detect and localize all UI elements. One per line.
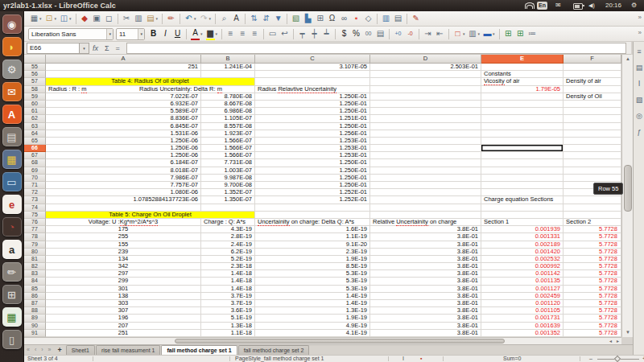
paste-button[interactable]: ▤▾: [146, 13, 159, 25]
scroll-up-icon[interactable]: ▲: [622, 55, 634, 64]
file-cabinet[interactable]: ▤: [2, 127, 22, 146]
align-left-button[interactable]: ≡: [225, 28, 236, 40]
cell-F67[interactable]: [564, 152, 621, 159]
sort-ascending-button[interactable]: ⇅: [249, 13, 259, 25]
cell-D72[interactable]: [370, 189, 481, 196]
comment-button[interactable]: ▪: [351, 13, 361, 25]
cell-D69[interactable]: [370, 167, 481, 175]
row-header-82[interactable]: 82: [24, 263, 46, 270]
row-header-68[interactable]: 68: [24, 159, 46, 167]
cell-D62[interactable]: [370, 115, 481, 122]
last-sheet-icon[interactable]: »: [46, 345, 54, 355]
cell-F55[interactable]: [564, 64, 621, 71]
font-size-combo[interactable]: 11 ▾: [116, 28, 145, 40]
cell-B55[interactable]: 1.241E-04: [201, 64, 255, 71]
cell-D59[interactable]: [370, 93, 481, 101]
document-app[interactable]: e: [2, 195, 22, 214]
pivot-table-button[interactable]: ⊞: [315, 13, 325, 25]
insert-image-button[interactable]: ▧: [291, 13, 301, 25]
undo-button[interactable]: ↶▾: [184, 13, 197, 25]
row-header-59[interactable]: 59: [24, 93, 46, 101]
column-header-E[interactable]: E: [481, 55, 564, 64]
displays[interactable]: ▭: [2, 172, 22, 191]
cell-F64[interactable]: [564, 130, 621, 138]
row-header-80[interactable]: 80: [24, 249, 46, 256]
row-header-61[interactable]: 61: [24, 108, 46, 115]
cell-E62[interactable]: [481, 115, 564, 122]
cell-D71[interactable]: [370, 182, 481, 189]
navigator-icon[interactable]: ◎: [634, 109, 644, 122]
cell-F78[interactable]: 5.7728: [564, 233, 621, 241]
scroll-down-icon[interactable]: ▼: [622, 328, 634, 337]
increase-indent-button[interactable]: ⇥: [423, 28, 433, 40]
cell-C73[interactable]: 1.252E-01: [255, 196, 370, 204]
next-sheet-icon[interactable]: ›: [39, 345, 45, 355]
row-header-57[interactable]: 57: [24, 78, 46, 85]
cell-A73[interactable]: 1.07852884137723E-06: [46, 196, 201, 204]
cell-D64[interactable]: [370, 130, 481, 138]
find-replace-button[interactable]: ⌕: [219, 13, 229, 25]
insert-chart-button[interactable]: ▙: [303, 13, 313, 25]
row-header-76[interactable]: 76: [24, 219, 46, 226]
spelling-button[interactable]: A: [231, 13, 242, 25]
window-grid[interactable]: ⊞: [2, 285, 22, 304]
row-header-67[interactable]: 67: [24, 152, 46, 159]
cell-E67[interactable]: [481, 152, 564, 159]
cell-F79[interactable]: 5.7728: [564, 241, 621, 249]
row-header-89[interactable]: 89: [24, 315, 46, 322]
number-format-button[interactable]: 00: [363, 28, 374, 40]
open-button[interactable]: ⊡▾: [44, 13, 58, 25]
horizontal-scrollbar[interactable]: ◂ ▸: [24, 337, 621, 344]
cell-E61[interactable]: [481, 108, 564, 115]
row-header-65[interactable]: 65: [24, 138, 46, 145]
shapes-button[interactable]: ◇: [363, 13, 374, 25]
decrease-indent-button[interactable]: ⇤: [435, 28, 445, 40]
sound-icon[interactable]: ◀): [588, 0, 595, 11]
cell-D63[interactable]: [370, 123, 481, 130]
save-button[interactable]: ◫▾: [59, 13, 72, 25]
row-header-74[interactable]: 74: [24, 204, 46, 212]
software-center[interactable]: A: [2, 105, 22, 124]
row-header-66[interactable]: 66: [24, 145, 46, 152]
properties-icon[interactable]: ▤: [634, 61, 644, 74]
sheet-tab[interactable]: Sheet1: [66, 345, 95, 355]
cell-C56[interactable]: [255, 71, 370, 78]
currency-button[interactable]: $: [339, 28, 349, 40]
cell-C74[interactable]: [255, 204, 370, 212]
row-header-64[interactable]: 64: [24, 130, 46, 138]
cell-F86[interactable]: 5.7728: [564, 293, 621, 300]
battery-icon[interactable]: [573, 3, 583, 10]
export-pdf-button[interactable]: ◆: [80, 13, 90, 25]
hyperlink-button[interactable]: ∞: [339, 13, 349, 25]
document-modified-icon[interactable]: ▪: [420, 356, 422, 362]
border-style-button[interactable]: ▥▾: [468, 28, 481, 40]
cell-F61[interactable]: [564, 108, 621, 115]
cell-F89[interactable]: 5.7728: [564, 315, 621, 322]
cell-F81[interactable]: 5.7728: [564, 256, 621, 263]
conditional-formatting-button[interactable]: ≔: [527, 28, 538, 40]
cell-E63[interactable]: [481, 123, 564, 130]
scroll-right-icon[interactable]: ▸: [617, 338, 619, 344]
system-settings[interactable]: ⚙: [2, 60, 22, 79]
thunderbird-mail[interactable]: ✉: [2, 82, 22, 101]
cell-B73[interactable]: 1.350E-07: [201, 196, 255, 204]
cell-D65[interactable]: [370, 138, 481, 145]
row-header-63[interactable]: 63: [24, 123, 46, 130]
italic-button[interactable]: I: [160, 28, 171, 40]
row-header-73[interactable]: 73: [24, 196, 46, 204]
insert-rows-button[interactable]: ⊞: [503, 28, 514, 40]
cell-A91[interactable]: 251: [46, 330, 201, 337]
cell-F60[interactable]: [564, 101, 621, 108]
cell-D57[interactable]: [370, 78, 481, 85]
cell-F57[interactable]: Density of air: [564, 78, 621, 85]
horizontal-scrollbar-thumb[interactable]: [175, 339, 505, 343]
cell-B56[interactable]: [201, 71, 255, 78]
cell-D74[interactable]: [370, 204, 481, 212]
new-button[interactable]: ▦▾: [29, 13, 43, 25]
cell-F74[interactable]: [564, 204, 621, 212]
clock[interactable]: 20:16: [605, 0, 621, 11]
sheet-tab[interactable]: fall method charge set 2: [238, 345, 310, 355]
cell-D66[interactable]: [370, 145, 481, 152]
mail-icon[interactable]: ✉: [555, 0, 561, 11]
toolbar-overflow-icon[interactable]: »: [638, 29, 642, 36]
